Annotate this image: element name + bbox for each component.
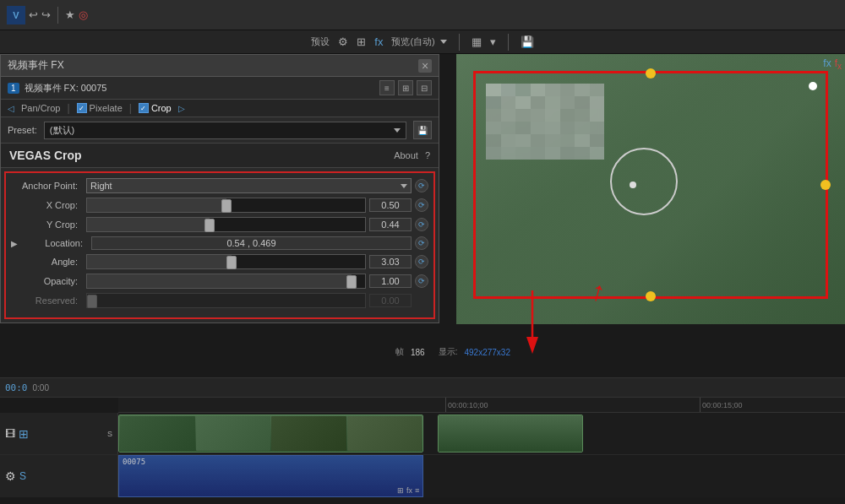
cp-top-center[interactable] <box>646 68 656 79</box>
fx-detail-icon[interactable]: ⊟ <box>417 80 432 95</box>
opacity-thumb[interactable] <box>346 275 357 289</box>
track-label-1: 🎞 ⊞ S <box>0 413 118 454</box>
cp-right-center[interactable] <box>820 180 831 190</box>
frame-value: 186 <box>411 348 425 357</box>
angle-row: Angle: ⟳ <box>11 254 428 269</box>
tab-pixelate[interactable]: ✓ Pixelate <box>77 103 123 113</box>
vegas-crop-header: VEGAS Crop About ? <box>1 144 439 168</box>
y-crop-row: Y Crop: ⟳ <box>11 217 428 232</box>
event-clip[interactable]: 00075 ⊞ fx ≡ <box>118 455 423 497</box>
fx-grid-icon[interactable]: ⊞ <box>398 80 413 95</box>
redo-icon[interactable]: ↪ <box>41 8 51 21</box>
track-icon-cog: ⚙ <box>5 469 16 483</box>
crop-check[interactable]: ✓ <box>139 103 149 113</box>
star-icon[interactable]: ★ <box>65 8 75 21</box>
track-clip-green-2[interactable] <box>438 415 583 453</box>
params-area: Anchor Point: Right ⟳ X Crop: ⟳ Y Cr <box>4 171 435 319</box>
fx-panel-close-button[interactable]: × <box>418 59 432 73</box>
settings-icon[interactable]: ⚙ <box>338 35 348 48</box>
reserved-row: Reserved: <box>11 293 428 308</box>
cp-top-right[interactable] <box>809 82 817 90</box>
vegas-crop-title: VEGAS Crop <box>9 149 82 162</box>
record-icon[interactable]: ◎ <box>79 8 88 21</box>
track-label-2: ⚙ S <box>0 455 118 497</box>
arrow-right: ▷ <box>178 104 185 113</box>
opacity-fill <box>87 274 352 288</box>
location-expand[interactable]: ▶ <box>11 239 18 248</box>
angle-thumb[interactable] <box>226 256 237 269</box>
arrow-left: ◁ <box>8 104 14 113</box>
track-content-1 <box>118 413 845 454</box>
save-icon[interactable]: 💾 <box>521 35 534 48</box>
app-icon: V <box>7 6 25 24</box>
y-crop-value[interactable] <box>369 218 412 231</box>
track-controls: S <box>32 430 112 438</box>
timeline-header: 00:0 0:00 <box>0 377 845 398</box>
track-icon-S[interactable]: S <box>107 430 112 438</box>
undo-icon[interactable]: ↩ <box>29 8 38 21</box>
track-icon-s2: S <box>19 470 26 482</box>
location-value[interactable] <box>91 236 412 250</box>
tab-crop[interactable]: ✓ Crop <box>139 103 172 113</box>
help-link[interactable]: ? <box>425 150 430 160</box>
preset-label: 预设 <box>311 35 330 48</box>
preset-dropdown[interactable]: (默认) <box>44 122 406 139</box>
clip-thumbnails <box>119 415 422 452</box>
angle-fill <box>87 255 232 268</box>
preview-info-bar: 帧 186 显示: 492x277x32 <box>389 343 845 361</box>
anchor-point-dropdown[interactable]: Right <box>86 178 412 193</box>
angle-value[interactable] <box>369 255 412 268</box>
pixelate-check[interactable]: ✓ <box>77 103 87 113</box>
opacity-reset[interactable]: ⟳ <box>415 274 428 288</box>
x-crop-reset[interactable]: ⟳ <box>415 198 428 212</box>
track-icon-camera: 🎞 <box>5 428 15 440</box>
fx-tabs: ◁ Pan/Crop | ✓ Pixelate | ✓ Crop ▷ <box>1 100 439 117</box>
y-crop-slider[interactable] <box>86 217 366 232</box>
fx-panel: 视频事件 FX × 1 视频事件 FX: 00075 ≡ ⊞ ⊟ ◁ Pan/C… <box>0 54 439 323</box>
y-crop-label: Y Crop: <box>11 219 83 230</box>
track-icon-plus[interactable]: ⊞ <box>19 427 29 441</box>
cp-bottom-center[interactable] <box>646 291 656 301</box>
opacity-value[interactable] <box>369 274 412 288</box>
main-content: fx fx ↑ ▶ ⏸ ⏸ ≡ 帧 186 显示: 492x277x32 视频事… <box>0 54 845 504</box>
timeline-timecode: 00:0 <box>5 382 28 393</box>
preset-save-icon[interactable]: 💾 <box>413 121 432 139</box>
anchor-point-label: Anchor Point: <box>11 181 83 191</box>
fx-panel-header-icons: × <box>418 59 432 73</box>
tab-pan-crop[interactable]: Pan/Crop <box>21 103 60 113</box>
about-link[interactable]: About <box>394 150 418 160</box>
preset-label-text: Preset: <box>8 125 37 135</box>
dropdown-icon[interactable]: ▾ <box>490 35 496 48</box>
x-crop-thumb[interactable] <box>221 199 232 213</box>
opacity-label: Opacity: <box>11 276 83 286</box>
opacity-slider[interactable] <box>86 274 366 289</box>
location-row: ▶ Location: ⟳ <box>11 236 428 250</box>
y-crop-reset[interactable]: ⟳ <box>415 218 428 231</box>
ruler-mark-10-label: 00:00:10;00 <box>448 401 488 409</box>
track-clip-green-1[interactable] <box>118 415 423 453</box>
x-crop-value[interactable] <box>369 198 412 212</box>
y-crop-thumb[interactable] <box>204 219 215 232</box>
ruler-mark-15: 00:00:15;00 <box>700 398 743 412</box>
preview-dropdown[interactable]: 预览(自动) <box>391 35 446 48</box>
opacity-row: Opacity: ⟳ <box>11 274 428 289</box>
x-crop-fill <box>87 198 226 212</box>
fx-preview-icon1[interactable]: fx <box>823 57 831 71</box>
fx-list-icon[interactable]: ≡ <box>379 80 395 95</box>
event-clip-label: 00075 <box>123 458 145 466</box>
preview-panel: fx fx ↑ ▶ ⏸ ⏸ ≡ <box>456 54 845 324</box>
export-icon[interactable]: ⊞ <box>357 35 366 48</box>
angle-slider[interactable] <box>86 254 366 269</box>
fx-preview-icon2[interactable]: fx <box>835 57 842 71</box>
y-crop-fill <box>87 218 210 231</box>
track-row-1: 🎞 ⊞ S <box>0 413 845 455</box>
event-icon-anchor: ⊞ <box>397 486 404 495</box>
event-clip-icons: ⊞ fx ≡ <box>397 486 419 495</box>
anchor-point-reset[interactable]: ⟳ <box>415 179 428 192</box>
event-icon-fx: fx <box>406 486 412 495</box>
angle-reset[interactable]: ⟳ <box>415 255 428 268</box>
x-crop-slider[interactable] <box>86 198 366 213</box>
location-reset[interactable]: ⟳ <box>415 236 428 250</box>
grid-icon[interactable]: ▦ <box>472 35 482 48</box>
fx-icon[interactable]: fx <box>374 35 383 48</box>
